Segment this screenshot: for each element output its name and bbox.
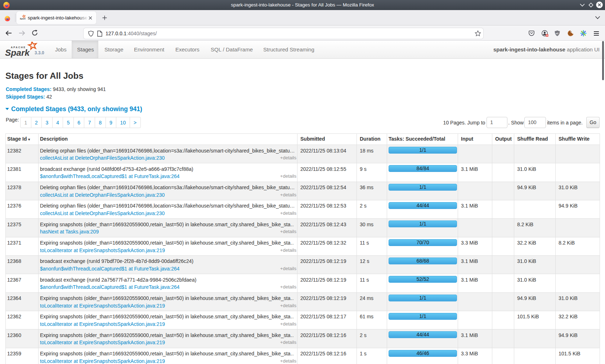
svg-text:Spark: Spark: [20, 18, 26, 20]
svg-text:Spark: Spark: [5, 48, 30, 58]
svg-text:uO: uO: [556, 32, 559, 35]
